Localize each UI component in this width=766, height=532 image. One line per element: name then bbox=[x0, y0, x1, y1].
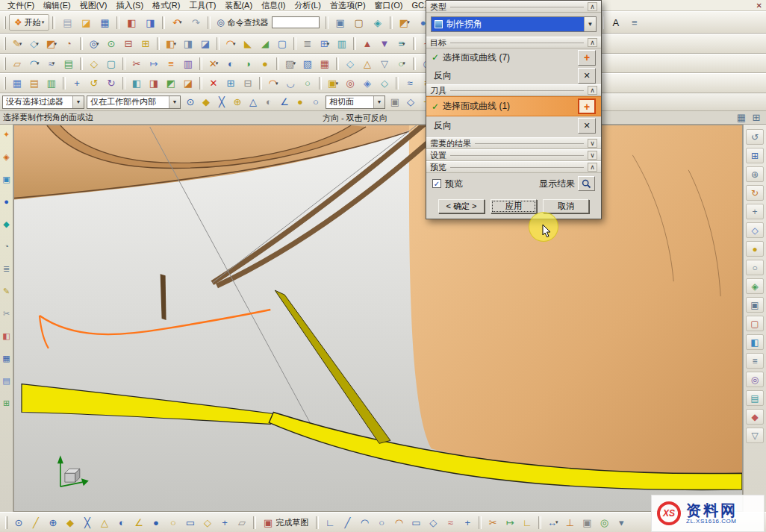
filter-icon[interactable]: ◨ bbox=[141, 14, 159, 31]
q4-icon[interactable]: ◪ bbox=[180, 76, 196, 91]
pocket-icon[interactable]: ⊟ bbox=[120, 37, 137, 51]
swept-icon[interactable]: ◠▾ bbox=[26, 56, 43, 71]
diamond2-icon[interactable]: ◇ bbox=[376, 76, 393, 91]
sew-icon[interactable]: ≡ bbox=[163, 56, 179, 71]
unite-icon[interactable]: ◧▾ bbox=[163, 37, 179, 51]
preview-checkbox[interactable]: ✓ bbox=[432, 179, 441, 188]
redo-icon[interactable]: ↷ bbox=[187, 14, 205, 31]
section-settings[interactable]: 设置 ∨ bbox=[426, 149, 601, 161]
corner-type-combo[interactable]: 制作拐角 ▼ bbox=[431, 16, 597, 32]
selection-filter-combo[interactable]: 没有选择过滤器 ▼ bbox=[2, 96, 84, 109]
menu-item[interactable]: 工具(T) bbox=[184, 0, 220, 11]
zoom-icon[interactable]: ⊕ bbox=[746, 166, 764, 182]
perspective-icon[interactable]: ◇ bbox=[746, 222, 764, 238]
pan-icon[interactable]: + bbox=[746, 204, 764, 219]
section-preview[interactable]: 预览 ∧ bbox=[426, 161, 601, 173]
select-face-button-active[interactable]: + bbox=[578, 98, 596, 114]
menu-item[interactable]: 格式(R) bbox=[148, 0, 184, 11]
snap-half-icon[interactable]: ◐ bbox=[113, 515, 130, 530]
sk-rectangle-icon[interactable]: ▭ bbox=[408, 515, 424, 530]
new-file-icon[interactable]: ▤ bbox=[58, 14, 76, 31]
constraint-navigator-icon[interactable]: ◈ bbox=[1, 151, 13, 163]
constraints-icon[interactable]: ⊥ bbox=[561, 515, 578, 530]
reuse-library-icon[interactable]: ● bbox=[1, 195, 13, 207]
tri-down-icon[interactable]: ▽ bbox=[376, 56, 393, 71]
hatch3-icon[interactable]: ▦ bbox=[317, 56, 333, 71]
command-finder[interactable]: ◎ 命令查找器 bbox=[214, 15, 322, 30]
snap-center-icon[interactable]: ⊕ bbox=[230, 96, 245, 109]
half-icon[interactable]: ◐ bbox=[222, 56, 239, 71]
sk-polygon-icon[interactable]: ◇ bbox=[425, 515, 441, 530]
toolbar-grip[interactable] bbox=[4, 77, 6, 90]
columns-icon[interactable]: ▥ bbox=[43, 76, 60, 91]
make-corner-icon[interactable]: ∟ bbox=[519, 515, 535, 530]
snap-quadrant-icon[interactable]: ◐ bbox=[261, 96, 276, 109]
tri-up-icon[interactable]: △ bbox=[359, 56, 376, 71]
q3-icon[interactable]: ◩ bbox=[163, 76, 179, 91]
grid-toggle-icon[interactable]: ▦ bbox=[735, 111, 748, 123]
more-icon[interactable]: ▽ bbox=[746, 428, 764, 443]
snap-circle2-icon[interactable]: ○ bbox=[165, 515, 181, 530]
trim-sheet-icon[interactable]: ✂ bbox=[128, 56, 145, 71]
snap-vertex2-icon[interactable]: △ bbox=[96, 515, 113, 530]
sketch-icon[interactable]: ✎▾ bbox=[9, 37, 25, 51]
sk-arc-icon[interactable]: ◠ bbox=[356, 515, 373, 530]
rule2-icon[interactable]: ◇ bbox=[403, 96, 418, 109]
q2-icon[interactable]: ◨ bbox=[146, 76, 162, 91]
menu-item[interactable]: 编辑(E) bbox=[39, 0, 75, 11]
chamfer-icon[interactable]: ◣ bbox=[240, 37, 256, 51]
reverse-direction-button[interactable]: ✕ bbox=[578, 68, 596, 84]
system-scenes-icon[interactable]: ▦ bbox=[1, 352, 13, 364]
snap-line-icon[interactable]: ╱ bbox=[28, 515, 44, 530]
section-tool[interactable]: 刀具 ∧ bbox=[426, 84, 601, 96]
shaded-icon[interactable]: ● bbox=[746, 241, 764, 257]
wave-icon[interactable]: ≈ bbox=[402, 76, 418, 91]
rotate-ccw-icon[interactable]: ↺ bbox=[86, 76, 102, 91]
four-point-surface-icon[interactable]: ▱ bbox=[9, 56, 25, 71]
snap-x-icon[interactable]: ╳ bbox=[79, 515, 96, 530]
select-face-button[interactable]: + bbox=[578, 50, 596, 66]
text-tool-icon[interactable]: A bbox=[607, 14, 625, 31]
gem3-icon[interactable]: ◈ bbox=[359, 76, 376, 91]
extrude-icon[interactable]: ◩▾ bbox=[43, 37, 60, 51]
front-view-icon[interactable]: ▣ bbox=[746, 297, 764, 313]
revolve-icon[interactable]: ◔ bbox=[60, 37, 77, 51]
snap-end-icon[interactable]: ● bbox=[293, 96, 308, 109]
snap-point2-icon[interactable]: ● bbox=[148, 515, 164, 530]
expand-chevron-icon[interactable]: ∨ bbox=[588, 151, 597, 160]
q1-icon[interactable]: ◧ bbox=[128, 76, 145, 91]
snap-diamond-icon[interactable]: ◇ bbox=[199, 515, 216, 530]
part-navigator-icon[interactable]: ▣ bbox=[1, 173, 13, 185]
toolbar-grip[interactable] bbox=[5, 516, 7, 529]
finish-sketch-button[interactable]: ▣ 完成草图 bbox=[259, 517, 313, 528]
ruled-icon[interactable]: ▤ bbox=[60, 56, 77, 71]
snap-rect-icon[interactable]: ▭ bbox=[182, 515, 199, 530]
menu-item[interactable]: 信息(I) bbox=[257, 0, 290, 11]
sk-line-icon[interactable]: ╱ bbox=[339, 515, 355, 530]
templates-icon[interactable]: ▤ bbox=[1, 375, 13, 387]
touch-panel-icon[interactable]: ⊞ bbox=[1, 397, 13, 409]
collapse-chevron-icon[interactable]: ∧ bbox=[588, 38, 597, 47]
profile-icon[interactable]: ∟ bbox=[322, 515, 338, 530]
display-mode-icon[interactable]: ◈ bbox=[369, 14, 387, 31]
split-body-icon[interactable]: ▼ bbox=[376, 37, 393, 51]
process-studio-icon[interactable]: ✎ bbox=[1, 285, 13, 297]
snap-plus-icon[interactable]: + bbox=[217, 515, 233, 530]
expand-chevron-icon[interactable]: ∨ bbox=[588, 139, 597, 148]
assembly-navigator-icon[interactable]: ✦ bbox=[1, 128, 13, 140]
tool-select-row-active[interactable]: ✓ 选择面或曲线 (1) + bbox=[426, 96, 601, 116]
trim-body-icon[interactable]: ▲ bbox=[359, 37, 376, 51]
datum-plane-icon[interactable]: ◇▾ bbox=[26, 37, 43, 51]
half2-icon[interactable]: ◑ bbox=[240, 56, 256, 71]
sk-fillet-icon[interactable]: ◠ bbox=[390, 515, 407, 530]
circle2-icon[interactable]: ○▾ bbox=[393, 56, 410, 71]
delete-icon[interactable]: ✕ bbox=[205, 76, 222, 91]
fit-view-icon[interactable]: ⊞ bbox=[746, 148, 764, 163]
arc-up-icon[interactable]: ◠▾ bbox=[265, 76, 281, 91]
through-curves-icon[interactable]: ≈▾ bbox=[43, 56, 60, 71]
boss-icon[interactable]: ⊙ bbox=[103, 37, 119, 51]
table-icon[interactable]: ▦ bbox=[9, 76, 25, 91]
dimension-icon[interactable]: ↔▾ bbox=[544, 515, 561, 530]
snap-intersect-icon[interactable]: ╳ bbox=[214, 96, 229, 109]
sk-panel-icon[interactable]: ▣ bbox=[579, 515, 595, 530]
